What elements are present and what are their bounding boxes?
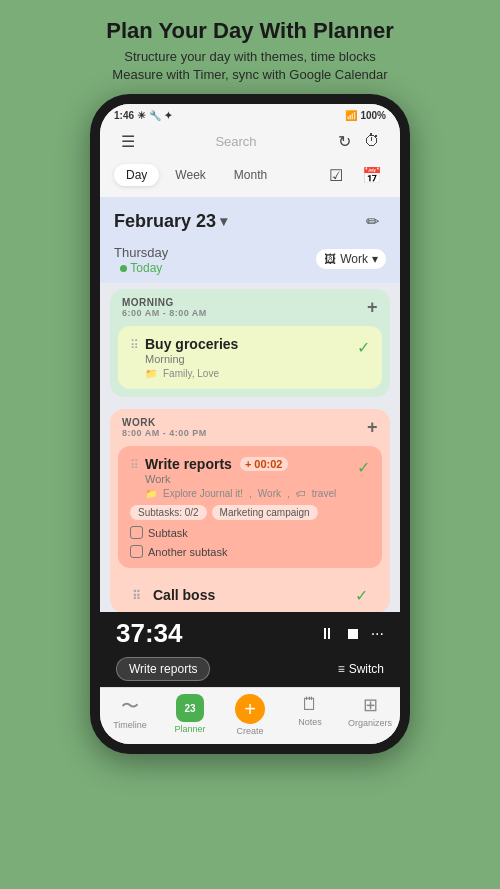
morning-time: 6:00 AM - 8:00 AM bbox=[122, 308, 207, 318]
work-chevron-icon: ▾ bbox=[372, 252, 378, 266]
timer-icon[interactable]: ⏱ bbox=[358, 127, 386, 155]
tab-day[interactable]: Day bbox=[114, 164, 159, 186]
subtask2-label: Another subtask bbox=[148, 546, 228, 558]
tag-icon-3: 🏷 bbox=[296, 488, 306, 499]
task-tags: 📁 Family, Love bbox=[145, 368, 357, 379]
notes-icon: 🗒 bbox=[301, 694, 319, 715]
timer-value: 37:34 bbox=[116, 618, 183, 649]
timeline-label: Timeline bbox=[113, 720, 147, 730]
nav-create[interactable]: + Create bbox=[222, 694, 278, 736]
planner-icon-wrap: 23 bbox=[176, 694, 204, 722]
notes-label: Notes bbox=[298, 717, 322, 727]
switch-label: Switch bbox=[349, 662, 384, 676]
tag-icon: 📁 bbox=[145, 368, 157, 379]
organizers-label: Organizers bbox=[348, 718, 392, 728]
tabs-right: ☑ 📅 bbox=[322, 161, 386, 189]
journal-tag-icon: 📁 bbox=[145, 488, 157, 499]
top-bar: ☰ Search ↻ ⏱ bbox=[100, 123, 400, 161]
status-bar: 1:46 ☀ 🔧 ✦ 📶 100% bbox=[100, 104, 400, 123]
subtask-1-row: Subtask bbox=[130, 526, 370, 539]
write-reports-tags: 📁 Explore Journal it!, Work, 🏷 travel bbox=[145, 488, 357, 499]
morning-section: MORNING 6:00 AM - 8:00 AM + ⠿ Buy grocer… bbox=[110, 289, 390, 397]
more-icon[interactable]: ··· bbox=[371, 625, 384, 643]
app-subtitle: Structure your day with themes, time blo… bbox=[106, 48, 394, 84]
subtask1-checkbox[interactable] bbox=[130, 526, 143, 539]
work-icon: 🖼 bbox=[324, 252, 336, 266]
write-reports-title: Write reports bbox=[145, 456, 232, 472]
task-title: Buy groceries bbox=[145, 336, 357, 352]
today-label: Today bbox=[114, 261, 168, 275]
subtask-2-row: Another subtask bbox=[130, 545, 370, 558]
tab-row: Day Week Month ☑ 📅 bbox=[100, 161, 400, 197]
status-time: 1:46 bbox=[114, 110, 134, 121]
phone-shell: 1:46 ☀ 🔧 ✦ 📶 100% ☰ Search ↻ ⏱ Day Week … bbox=[90, 94, 410, 754]
app-title: Plan Your Day With Planner bbox=[106, 18, 394, 44]
subtasks-chip[interactable]: Subtasks: 0/2 bbox=[130, 505, 207, 520]
drag-handle-icon: ⠿ bbox=[130, 338, 139, 352]
tab-month[interactable]: Month bbox=[222, 164, 279, 186]
day-name: Thursday bbox=[114, 245, 168, 260]
status-left: 1:46 ☀ 🔧 ✦ bbox=[114, 110, 172, 121]
timer-label-row: Write reports ≡ Switch bbox=[100, 655, 400, 687]
work-section-time: 8:00 AM - 4:00 PM bbox=[122, 428, 207, 438]
status-right: 📶 100% bbox=[345, 110, 386, 121]
nav-timeline[interactable]: 〜 Timeline bbox=[102, 694, 158, 736]
tab-week[interactable]: Week bbox=[163, 164, 217, 186]
task-complete-icon[interactable]: ✓ bbox=[357, 338, 370, 357]
drag-handle-icon-3: ⠿ bbox=[132, 589, 141, 603]
chevron-down-icon[interactable]: ▾ bbox=[220, 213, 227, 229]
subtask2-checkbox[interactable] bbox=[130, 545, 143, 558]
timer-bar: 37:34 ⏸ ⏹ ··· bbox=[100, 612, 400, 655]
switch-button[interactable]: ≡ Switch bbox=[338, 662, 384, 676]
call-boss-check-icon[interactable]: ✓ bbox=[355, 586, 368, 605]
create-icon: + bbox=[235, 694, 265, 724]
calendar-icon[interactable]: 📅 bbox=[358, 161, 386, 189]
timer-controls: ⏸ ⏹ ··· bbox=[319, 625, 384, 643]
date-header: February 23 ▾ ✏ bbox=[100, 197, 400, 241]
refresh-icon[interactable]: ↻ bbox=[330, 127, 358, 155]
task-buy-groceries[interactable]: ⠿ Buy groceries Morning 📁 Family, Love ✓ bbox=[118, 326, 382, 389]
call-boss-title: Call boss bbox=[153, 587, 215, 603]
campaign-chip[interactable]: Marketing campaign bbox=[212, 505, 318, 520]
today-dot-indicator bbox=[120, 265, 127, 272]
morning-header: MORNING 6:00 AM - 8:00 AM + bbox=[110, 289, 390, 322]
current-task-chip[interactable]: Write reports bbox=[116, 657, 210, 681]
timer-badge: + 00:02 bbox=[240, 457, 288, 471]
morning-label: MORNING bbox=[122, 297, 207, 308]
date-title: February 23 ▾ bbox=[114, 211, 227, 232]
stop-icon[interactable]: ⏹ bbox=[345, 625, 361, 643]
app-header: Plan Your Day With Planner Structure you… bbox=[86, 0, 414, 94]
work-add-button[interactable]: + bbox=[367, 417, 378, 438]
planner-badge: 23 bbox=[179, 702, 200, 715]
work-section-label: WORK bbox=[122, 417, 207, 428]
work-header: WORK 8:00 AM - 4:00 PM + bbox=[110, 409, 390, 442]
pause-icon[interactable]: ⏸ bbox=[319, 625, 335, 643]
planner-label: Planner bbox=[174, 724, 205, 734]
subtask1-label: Subtask bbox=[148, 527, 188, 539]
checklist-icon[interactable]: ☑ bbox=[322, 161, 350, 189]
drag-handle-icon-2: ⠿ bbox=[130, 458, 139, 472]
main-content: February 23 ▾ ✏ Thursday Today 🖼 Work ▾ bbox=[100, 197, 400, 612]
bottom-nav: 〜 Timeline 23 Planner + Create 🗒 Notes ⊞… bbox=[100, 687, 400, 744]
timeline-icon: 〜 bbox=[121, 694, 139, 718]
task-call-boss[interactable]: ⠿ Call boss ✓ bbox=[120, 576, 380, 612]
nav-notes[interactable]: 🗒 Notes bbox=[282, 694, 338, 736]
morning-add-button[interactable]: + bbox=[367, 297, 378, 318]
create-label: Create bbox=[236, 726, 263, 736]
organizers-icon: ⊞ bbox=[363, 694, 378, 716]
status-icons: ☀ 🔧 ✦ bbox=[137, 110, 172, 121]
search-placeholder[interactable]: Search bbox=[142, 134, 330, 149]
switch-icon: ≡ bbox=[338, 662, 345, 676]
work-section: WORK 8:00 AM - 4:00 PM + ⠿ Write reports… bbox=[110, 409, 390, 612]
task-write-reports[interactable]: ⠿ Write reports + 00:02 Work 📁 Explore J… bbox=[118, 446, 382, 568]
tabs-left: Day Week Month bbox=[114, 164, 279, 186]
write-reports-check-icon[interactable]: ✓ bbox=[357, 458, 370, 477]
signal-icon: 📶 bbox=[345, 110, 357, 121]
work-badge[interactable]: 🖼 Work ▾ bbox=[316, 249, 386, 269]
phone-screen: 1:46 ☀ 🔧 ✦ 📶 100% ☰ Search ↻ ⏱ Day Week … bbox=[100, 104, 400, 744]
nav-planner[interactable]: 23 Planner bbox=[162, 694, 218, 736]
menu-icon[interactable]: ☰ bbox=[114, 127, 142, 155]
edit-icon[interactable]: ✏ bbox=[358, 207, 386, 235]
write-reports-sub: Work bbox=[145, 473, 357, 485]
nav-organizers[interactable]: ⊞ Organizers bbox=[342, 694, 398, 736]
